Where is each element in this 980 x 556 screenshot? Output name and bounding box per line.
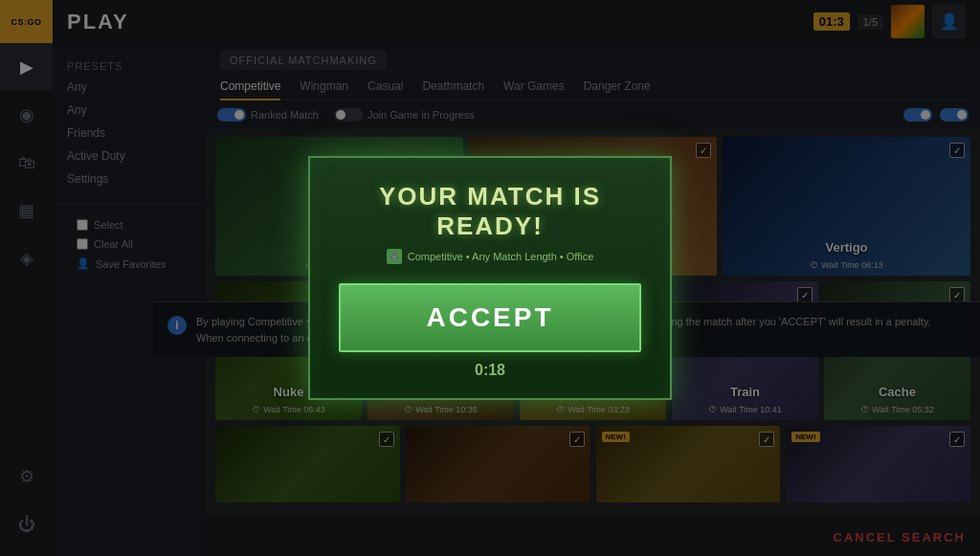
modal-mode-icon: 🎮: [387, 249, 402, 264]
modal-title: YOUR MATCH IS READY!: [339, 182, 641, 241]
modal-countdown: 0:18: [339, 362, 641, 379]
modal-subtitle: 🎮 Competitive • Any Match Length • Offic…: [339, 249, 641, 264]
modal-overlay: YOUR MATCH IS READY! 🎮 Competitive • Any…: [0, 0, 980, 556]
accept-button[interactable]: ACCEPT: [339, 283, 641, 352]
match-ready-modal: YOUR MATCH IS READY! 🎮 Competitive • Any…: [308, 156, 672, 400]
